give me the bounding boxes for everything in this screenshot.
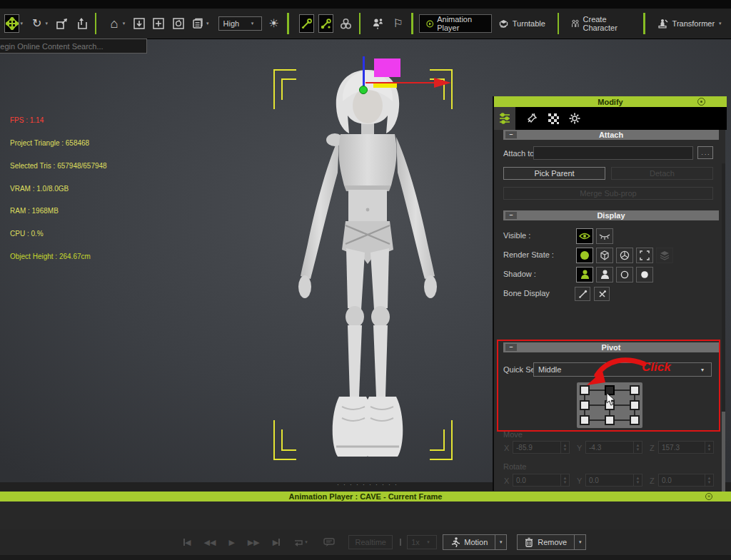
spinner-arrows-icon[interactable]: ▲▼ <box>705 442 713 453</box>
content-search-input[interactable] <box>0 39 147 54</box>
move-y-input[interactable] <box>586 444 633 452</box>
move-tool-caret-icon[interactable] <box>20 21 24 26</box>
tab-physics[interactable] <box>564 107 585 130</box>
rotate-x-input[interactable] <box>513 477 560 484</box>
gizmo-plane-handle[interactable] <box>374 58 400 77</box>
shadow-receive-button[interactable] <box>616 267 633 282</box>
drag-handle-dots-icon[interactable]: ∙ ∙ ∙ ∙ ∙ ∙ ∙ ∙ ∙ ∙ <box>337 481 398 488</box>
character-model[interactable] <box>268 64 468 478</box>
player-bar-close-icon[interactable] <box>705 493 712 500</box>
center-view-button[interactable] <box>151 14 166 33</box>
loop-mode-button[interactable] <box>293 538 311 546</box>
render-solid-button[interactable] <box>576 248 593 263</box>
scale-tool-button[interactable] <box>54 14 69 33</box>
fast-forward-button[interactable]: ▶▶ <box>248 538 260 547</box>
attach-section-header[interactable]: – Attach <box>503 130 719 140</box>
move-x-field[interactable]: ▲▼ <box>513 441 570 454</box>
detach-button[interactable]: Detach <box>611 167 713 180</box>
edit-motion-layer-button[interactable] <box>318 14 333 33</box>
tab-modify-params[interactable] <box>494 107 515 130</box>
tab-material[interactable] <box>543 107 564 130</box>
animation-player-toolbar-button[interactable]: Animation Player <box>419 14 492 33</box>
panel-scrollbar[interactable] <box>722 163 725 524</box>
home-view-button[interactable]: ⌂ <box>106 14 121 33</box>
gizmo-active-axis[interactable] <box>373 83 397 88</box>
rotate-z-field[interactable]: ▲▼ <box>658 474 714 487</box>
home-view-caret-icon[interactable] <box>123 21 127 26</box>
shadow-cast-receive-button[interactable] <box>576 267 593 282</box>
browse-dots-icon: . . . <box>701 150 709 156</box>
rotate-x-field[interactable]: ▲▼ <box>513 474 570 487</box>
spinner-arrows-icon[interactable]: ▲▼ <box>560 474 569 486</box>
actor-button[interactable] <box>370 14 385 33</box>
motion-button[interactable]: Motion <box>443 534 495 550</box>
realtime-button[interactable]: Realtime <box>348 535 393 549</box>
create-character-button[interactable]: Create Character <box>565 14 637 33</box>
spinner-arrows-icon[interactable]: ▲▼ <box>633 442 642 453</box>
orbit-view-button[interactable] <box>171 14 186 33</box>
gizmo-z-axis[interactable] <box>363 56 365 88</box>
morph-button[interactable] <box>338 14 353 33</box>
rotate-tool-button[interactable]: ↻ <box>29 14 44 33</box>
lighting-button[interactable]: ☀ <box>266 14 281 33</box>
gizmo-x-axis[interactable] <box>366 82 437 83</box>
display-section-header[interactable]: – Display <box>503 210 719 220</box>
render-lod-button[interactable] <box>656 248 673 263</box>
collapse-icon[interactable]: – <box>505 131 517 138</box>
quality-select[interactable]: High <box>218 16 262 31</box>
edit-pose-button[interactable] <box>299 14 314 33</box>
move-x-input[interactable] <box>513 444 560 452</box>
rotate-y-field[interactable]: ▲▼ <box>585 474 642 487</box>
move-y-field[interactable]: ▲▼ <box>585 441 642 454</box>
bone-hide-button[interactable] <box>594 287 610 301</box>
rewind-button[interactable]: ◀◀ <box>203 538 216 547</box>
transformer-button[interactable]: Transformer <box>651 14 731 33</box>
fit-view-button[interactable] <box>131 14 146 33</box>
transform-orientation-button[interactable] <box>74 14 89 33</box>
quality-caret-icon <box>251 21 257 26</box>
spinner-arrows-icon[interactable]: ▲▼ <box>633 474 642 486</box>
tab-pin[interactable] <box>521 107 543 130</box>
spinner-arrows-icon[interactable]: ▲▼ <box>560 442 569 453</box>
gizmo-pivot-point[interactable] <box>359 86 368 94</box>
bone-show-button[interactable] <box>575 287 590 301</box>
skip-to-end-button[interactable]: ▶ <box>273 538 280 547</box>
visible-off-button[interactable] <box>596 228 613 244</box>
move-z-input[interactable] <box>659 444 705 452</box>
rotate-z-input[interactable] <box>659 477 705 484</box>
render-bounding-box-button[interactable] <box>636 248 653 263</box>
spinner-arrows-icon[interactable]: ▲▼ <box>705 474 713 486</box>
play-button[interactable]: ▶ <box>228 538 234 547</box>
visible-on-button[interactable] <box>576 228 593 244</box>
modify-panel-header[interactable]: Modify <box>494 96 727 107</box>
comment-button[interactable] <box>323 538 335 547</box>
modify-tabs <box>494 107 727 130</box>
move-tool-button[interactable] <box>4 14 19 33</box>
flag-button[interactable]: ⚐ <box>390 14 405 33</box>
turntable-button[interactable]: Turntable <box>492 14 552 33</box>
camera-list-caret-icon[interactable] <box>206 21 211 26</box>
move-z-field[interactable]: ▲▼ <box>658 441 714 454</box>
merge-sub-prop-button[interactable]: Merge Sub-prop <box>503 187 713 200</box>
remove-caret-button[interactable] <box>575 534 586 550</box>
collapse-icon[interactable]: – <box>505 212 517 219</box>
pick-parent-button[interactable]: Pick Parent <box>503 167 605 180</box>
render-wire-button[interactable] <box>596 248 613 263</box>
shadow-none-button[interactable] <box>636 267 653 282</box>
rotate-tool-caret-icon[interactable] <box>45 21 49 26</box>
rotate-y-input[interactable] <box>586 477 633 484</box>
shadow-cast-button[interactable] <box>596 267 613 282</box>
render-wireframe-sphere-button[interactable] <box>616 248 633 263</box>
camera-list-button[interactable] <box>191 14 206 33</box>
transformer-caret-icon[interactable] <box>719 21 725 26</box>
loop-caret-icon[interactable] <box>305 539 311 545</box>
panel-settings-icon[interactable] <box>697 98 705 106</box>
playback-speed-dropdown[interactable]: 1x <box>407 535 437 549</box>
remove-button[interactable]: Remove <box>517 534 575 550</box>
attach-browse-button[interactable]: . . . <box>697 146 713 159</box>
motion-caret-button[interactable] <box>495 534 507 550</box>
skip-to-start-button[interactable]: ◀ <box>183 538 191 547</box>
animation-player-bar[interactable]: Animation Player : CAVE - Current Frame <box>0 492 731 502</box>
attach-to-input[interactable] <box>533 146 693 160</box>
gizmo-x-arrowhead-icon[interactable] <box>434 78 451 88</box>
